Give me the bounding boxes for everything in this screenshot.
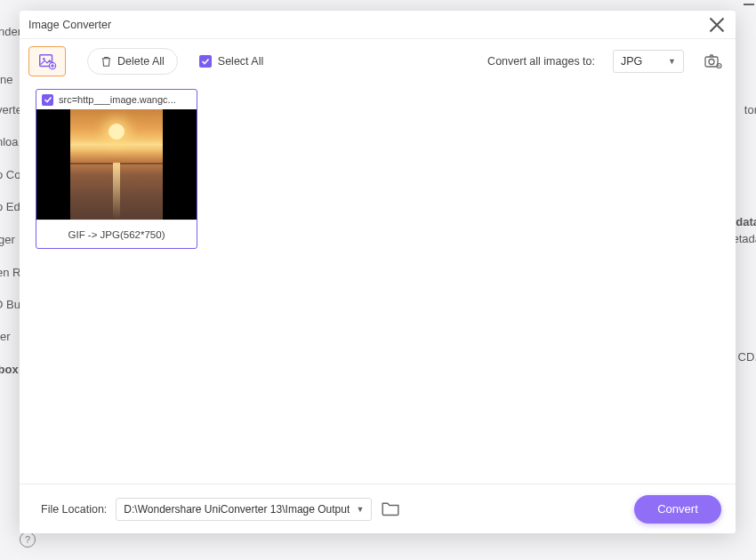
folder-icon: [381, 500, 400, 518]
delete-all-button[interactable]: Delete All: [87, 48, 178, 75]
thumbnail-grid: src=http___image.wangc... GIF -> JPG(562…: [20, 84, 736, 484]
bg-text: nloa: [0, 135, 19, 148]
output-format-value: JPG: [621, 55, 642, 68]
svg-rect-3: [705, 57, 718, 67]
convert-all-label: Convert all images to:: [487, 55, 595, 68]
checkbox-checked-icon: [199, 55, 212, 68]
bg-text: ger: [0, 233, 15, 246]
convert-button-label: Convert: [657, 502, 698, 516]
file-location-path: D:\Wondershare UniConverter 13\Image Out…: [124, 503, 350, 516]
trash-icon: [101, 56, 112, 68]
image-plus-icon: [37, 52, 57, 71]
image-converter-dialog: Image Converter Delete All: [20, 11, 736, 533]
bg-text: tor: [744, 103, 756, 116]
close-icon: [709, 17, 725, 33]
thumb-header: src=http___image.wangc...: [36, 90, 197, 109]
chevron-down-icon: ▼: [668, 57, 676, 66]
bg-text: er: [0, 330, 11, 343]
bg-text: o Ed: [0, 200, 20, 213]
close-button[interactable]: [709, 17, 725, 33]
thumb-preview: [36, 109, 197, 220]
file-location-label: File Location:: [41, 503, 107, 516]
bg-text: nder: [0, 25, 21, 38]
bg-text: ne: [0, 73, 12, 86]
svg-point-6: [719, 65, 720, 67]
window-minimize-icon[interactable]: [744, 4, 754, 5]
dialog-title: Image Converter: [28, 19, 111, 31]
thumb-conversion-info: GIF -> JPG(562*750): [36, 220, 197, 248]
bg-text: etada: [732, 232, 756, 245]
thumb-checkbox[interactable]: [42, 94, 53, 106]
help-icon[interactable]: ?: [20, 532, 36, 548]
bg-text: en R: [0, 266, 20, 279]
svg-point-1: [43, 58, 45, 60]
footer-bar: File Location: D:\Wondershare UniConvert…: [20, 484, 736, 533]
delete-all-label: Delete All: [117, 55, 165, 68]
thumb-filename: src=http___image.wangc...: [59, 94, 176, 105]
chevron-down-icon: ▼: [356, 505, 364, 514]
bg-text: data: [736, 215, 756, 228]
select-all-checkbox[interactable]: Select All: [199, 55, 263, 68]
bg-text: o Co: [0, 168, 20, 181]
toolbar: Delete All Select All Convert all images…: [20, 39, 736, 84]
image-thumbnail-card[interactable]: src=http___image.wangc... GIF -> JPG(562…: [36, 89, 197, 249]
output-format-select[interactable]: JPG ▼: [613, 50, 684, 73]
bg-text: CD.: [738, 350, 756, 364]
dialog-titlebar: Image Converter: [20, 11, 736, 39]
bg-text: lbox: [0, 363, 19, 376]
file-location-select[interactable]: D:\Wondershare UniConverter 13\Image Out…: [116, 498, 372, 521]
svg-point-4: [709, 60, 714, 65]
output-settings-button[interactable]: [704, 52, 723, 71]
add-image-button[interactable]: [28, 46, 66, 76]
convert-button[interactable]: Convert: [634, 495, 721, 524]
select-all-label: Select All: [218, 55, 263, 68]
camera-gear-icon: [704, 52, 723, 71]
open-folder-button[interactable]: [381, 500, 400, 519]
